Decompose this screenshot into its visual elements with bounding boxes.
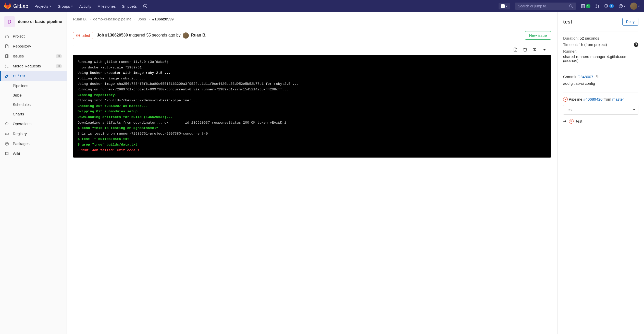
sidebar: D demo-ci-basic-pipeline Project Reposit…	[0, 12, 67, 334]
log-output[interactable]: Running with gitlab-runner 11.5.0 (3afda…	[73, 55, 551, 158]
svg-rect-3	[581, 4, 584, 8]
log-line: Cloning repository...	[78, 92, 547, 98]
svg-point-5	[596, 5, 597, 5]
sidebar-item-project[interactable]: Project	[0, 31, 67, 41]
gitlab-logo[interactable]: GitLab	[4, 3, 28, 10]
rocket-icon	[5, 74, 9, 78]
failed-icon	[76, 34, 80, 37]
sidebar-subitem-jobs[interactable]: Jobs	[0, 90, 67, 100]
sidebar-subitem-pipelines[interactable]: Pipelines	[0, 81, 67, 90]
sidebar-subitem-schedules[interactable]: Schedules	[0, 100, 67, 109]
help-icon[interactable]	[618, 4, 626, 8]
svg-rect-8	[605, 5, 608, 7]
sidebar-item-wiki[interactable]: Wiki	[0, 149, 67, 159]
todos-icon[interactable]: 1	[604, 4, 614, 8]
timeout-help-icon[interactable]: ?	[634, 42, 638, 47]
nav-snippets[interactable]: Snippets	[122, 4, 137, 8]
issues-badge: 1	[586, 4, 590, 8]
svg-point-18	[6, 134, 6, 134]
stage-select[interactable]: test	[563, 105, 638, 115]
log-line: on docker-auto-scale 72989761	[78, 65, 547, 70]
job-failed-icon: ✕	[569, 119, 574, 124]
log-line: Cloning into '/builds/rbekker87/demo-ci-…	[78, 98, 547, 103]
branch-link[interactable]: master	[612, 97, 624, 102]
nav-right: 1 1	[499, 3, 640, 10]
todos-badge: 1	[609, 4, 614, 8]
project-name: demo-ci-basic-pipeline	[18, 19, 62, 25]
svg-rect-20	[597, 76, 599, 78]
log-line: Pulling docker image ruby:2.5 ...	[78, 76, 547, 81]
new-dropdown-button[interactable]	[499, 3, 510, 9]
pipeline-failed-icon: ✕	[563, 97, 568, 102]
copy-commit-icon[interactable]	[596, 75, 600, 79]
commit-link[interactable]: f2848007	[577, 75, 593, 79]
pipeline-link[interactable]: #40689420	[583, 97, 602, 102]
pipeline-row: ✕ Pipeline #40689420 from master	[563, 97, 638, 102]
runner-row: Runner: shared-runners-manager-4.gitlab.…	[563, 49, 638, 63]
raw-log-button[interactable]	[513, 47, 518, 52]
triggered-by-user[interactable]: Ruan B.	[191, 33, 206, 37]
new-issue-button[interactable]: New issue	[525, 31, 551, 40]
commit-row: Commit f2848007	[563, 75, 638, 79]
search-box[interactable]	[515, 3, 576, 10]
retry-button[interactable]: Retry	[622, 18, 638, 26]
status-badge-failed: failed	[73, 32, 93, 39]
log-line: Checking out f2848007 as master...	[78, 103, 547, 109]
brand-text: GitLab	[13, 3, 28, 9]
log-line: Using Docker executor with image ruby:2.…	[78, 70, 547, 76]
search-input[interactable]	[518, 4, 567, 8]
top-navbar: GitLab Projects Groups Activity Mileston…	[0, 0, 644, 12]
svg-point-0	[145, 6, 145, 6]
merge-requests-icon[interactable]	[595, 4, 600, 8]
duration-row: Duration: 52 seconds	[563, 36, 638, 40]
issues-count: 0	[56, 54, 62, 58]
sidebar-item-merge-requests[interactable]: Merge Requests0	[0, 61, 67, 71]
issues-sidebar-icon	[5, 54, 9, 58]
sidebar-project-header[interactable]: D demo-ci-basic-pipeline	[0, 12, 67, 31]
arrow-right-icon: ➜	[563, 119, 566, 124]
sidebar-subitem-charts[interactable]: Charts	[0, 109, 67, 119]
sidebar-item-packages[interactable]: Packages	[0, 139, 67, 149]
nav-links: Projects Groups Activity Milestones Snip…	[34, 4, 147, 8]
nav-dashboard-icon[interactable]	[143, 4, 147, 8]
sidebar-item-issues[interactable]: Issues0	[0, 51, 67, 61]
timeout-row: Timeout: 1h (from project) ?	[563, 42, 638, 47]
breadcrumb-sep: ›	[148, 17, 150, 21]
user-menu[interactable]	[630, 3, 640, 10]
erase-log-button[interactable]	[523, 47, 527, 52]
project-avatar: D	[4, 16, 15, 27]
scroll-top-button[interactable]	[532, 47, 537, 52]
breadcrumb-sep: ›	[89, 17, 91, 21]
plus-icon	[501, 4, 505, 8]
scroll-bottom-button[interactable]	[542, 47, 547, 52]
user-avatar-icon	[630, 3, 637, 10]
breadcrumb-section[interactable]: Jobs	[138, 17, 146, 21]
svg-rect-11	[6, 55, 8, 58]
breadcrumb-project[interactable]: demo-ci-basic-pipeline	[93, 17, 131, 21]
chevron-down-icon	[633, 109, 635, 110]
log-line: $ grep "true" builds/data.txt	[78, 142, 547, 148]
log-line: ERROR: Job failed: exit code 1	[78, 148, 547, 153]
sidebar-item-operations[interactable]: Operations	[0, 119, 67, 129]
nav-projects[interactable]: Projects	[34, 4, 51, 8]
job-header: failed Job #136620539 triggered 55 secon…	[73, 31, 551, 40]
log-line: Downloading artifacts for build (1366205…	[78, 114, 547, 120]
home-icon	[5, 34, 9, 38]
sidebar-item-repository[interactable]: Repository	[0, 41, 67, 51]
breadcrumb-user[interactable]: Ruan B.	[73, 17, 87, 21]
sidebar-item-cicd[interactable]: CI / CD	[0, 71, 67, 81]
log-toolbar	[73, 45, 551, 55]
package-icon	[5, 142, 9, 146]
current-job-row[interactable]: ➜ ✕ test	[563, 119, 638, 124]
issues-icon[interactable]: 1	[581, 4, 590, 8]
nav-groups[interactable]: Groups	[57, 4, 73, 8]
job-name-title: test	[563, 19, 572, 25]
nav-activity[interactable]: Activity	[79, 4, 91, 8]
log-line: Skipping Git submodules setup	[78, 109, 547, 114]
svg-rect-12	[6, 55, 8, 58]
mr-count: 0	[56, 64, 62, 68]
commit-message: add gitlab-ci config	[563, 81, 638, 86]
sidebar-item-registry[interactable]: Registry	[0, 129, 67, 139]
nav-milestones[interactable]: Milestones	[97, 4, 116, 8]
cloud-icon	[5, 122, 9, 126]
